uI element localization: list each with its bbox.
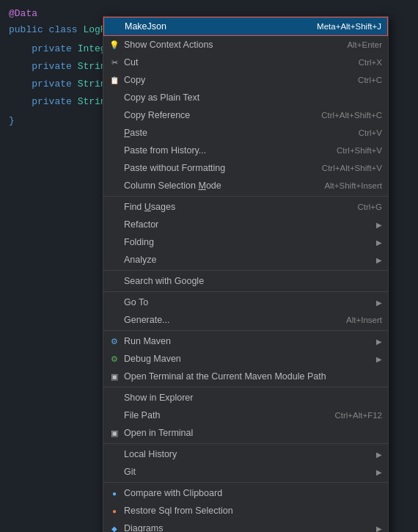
menu-item-show-explorer[interactable]: Show in Explorer [103,389,388,407]
diagrams-icon: ◆ [108,522,121,532]
menu-item-folding[interactable]: Folding ▶ [103,233,388,251]
menu-item-restore-sql[interactable]: ● Restore Sql from Selection [103,502,388,520]
compare-clipboard-label: Compare with Clipboard [124,488,382,498]
refactor-label: Refactor [124,219,370,230]
local-history-arrow: ▶ [376,451,382,459]
copy-plain-label: Copy as Plain Text [124,92,382,103]
menu-item-open-terminal-maven[interactable]: ▣ Open Terminal at the Current Maven Mod… [103,368,388,385]
menu-item-analyze[interactable]: Analyze ▶ [103,251,388,269]
go-to-arrow: ▶ [376,299,382,307]
menu-item-search-google[interactable]: Search with Google [103,272,388,290]
menu-item-make-json[interactable]: MakeJson Meta+Alt+Shift+J [103,17,388,36]
make-json-label: MakeJson [125,21,302,32]
menu-item-git[interactable]: Git ▶ [103,463,388,481]
copy-shortcut: Ctrl+C [358,76,382,84]
paste-label: Paste [124,128,344,138]
find-usages-label: Find Usages [124,202,342,212]
column-mode-icon [108,179,121,192]
menu-item-paste-no-format[interactable]: Paste without Formatting Ctrl+Alt+Shift+… [103,159,388,177]
menu-item-paste-history[interactable]: Paste from History... Ctrl+Shift+V [103,142,388,159]
separator-4 [103,330,388,331]
copy-reference-label: Copy Reference [124,110,307,120]
show-explorer-icon [108,391,121,404]
go-to-label: Go To [124,297,370,307]
paste-history-icon [108,144,121,157]
separator-6 [103,443,388,444]
menu-item-open-terminal[interactable]: ▣ Open in Terminal [103,424,388,442]
menu-item-refactor[interactable]: Refactor ▶ [103,216,388,233]
debug-maven-arrow: ▶ [376,355,382,363]
show-explorer-label: Show in Explorer [124,393,382,403]
folding-arrow: ▶ [376,238,382,247]
debug-maven-icon: ⚙ [108,352,121,365]
show-context-actions-shortcut: Alt+Enter [347,40,382,49]
make-json-icon [109,20,122,33]
menu-item-copy-plain[interactable]: Copy as Plain Text [103,89,388,106]
local-history-icon [108,448,121,461]
separator-1 [103,196,388,197]
menu-item-generate[interactable]: Generate... Alt+Insert [103,311,388,329]
git-label: Git [124,467,370,477]
context-actions-icon: 💡 [108,38,121,51]
menu-item-column-mode[interactable]: Column Selection Mode Alt+Shift+Insert [103,177,388,194]
folding-label: Folding [124,237,370,247]
copy-reference-icon [108,109,121,122]
paste-no-format-shortcut: Ctrl+Alt+Shift+V [322,164,382,172]
search-google-label: Search with Google [124,276,382,286]
menu-item-copy-reference[interactable]: Copy Reference Ctrl+Alt+Shift+C [103,106,388,124]
search-google-icon [108,274,121,288]
menu-item-compare-clipboard[interactable]: ● Compare with Clipboard [103,484,388,502]
paste-icon [108,126,121,139]
refactor-icon [108,218,121,231]
diagrams-arrow: ▶ [376,525,382,533]
copy-icon: 📋 [108,73,121,87]
find-usages-icon [108,200,121,214]
column-mode-label: Column Selection Mode [124,181,309,191]
cut-icon: ✂ [108,56,121,69]
go-to-icon [108,296,121,309]
diagrams-label: Diagrams [124,523,370,532]
show-context-actions-label: Show Context Actions [124,40,332,50]
generate-label: Generate... [124,315,331,325]
generate-icon [108,313,121,327]
menu-item-debug-maven[interactable]: ⚙ Debug Maven ▶ [103,350,388,368]
copy-label: Copy [124,75,343,85]
git-arrow: ▶ [376,468,382,476]
separator-7 [103,482,388,483]
restore-sql-label: Restore Sql from Selection [124,506,382,516]
find-usages-shortcut: Ctrl+G [357,203,382,211]
cut-label: Cut [124,57,344,68]
analyze-arrow: ▶ [376,256,382,264]
paste-shortcut: Ctrl+V [359,128,382,137]
run-maven-arrow: ▶ [376,338,382,346]
menu-item-paste[interactable]: Paste Ctrl+V [103,124,388,142]
menu-item-go-to[interactable]: Go To ▶ [103,294,388,311]
paste-history-label: Paste from History... [124,145,322,156]
copy-plain-icon [108,91,121,104]
git-icon [108,465,121,478]
restore-sql-icon: ● [108,504,121,517]
refactor-arrow: ▶ [376,221,382,229]
menu-item-file-path[interactable]: File Path Ctrl+Alt+F12 [103,407,388,424]
paste-no-format-icon [108,161,121,175]
generate-shortcut: Alt+Insert [346,316,382,324]
compare-clipboard-icon: ● [108,487,121,500]
menu-item-find-usages[interactable]: Find Usages Ctrl+G [103,198,388,216]
menu-item-cut[interactable]: ✂ Cut Ctrl+X [103,54,388,71]
open-terminal-label: Open in Terminal [124,428,382,438]
open-terminal-maven-icon: ▣ [108,370,121,383]
file-path-icon [108,409,121,422]
separator-5 [103,387,388,387]
menu-item-run-maven[interactable]: ⚙ Run Maven ▶ [103,332,388,350]
local-history-label: Local History [124,449,370,459]
run-maven-label: Run Maven [124,336,370,346]
menu-item-show-context-actions[interactable]: 💡 Show Context Actions Alt+Enter [103,36,388,54]
open-terminal-icon: ▣ [108,426,121,440]
menu-item-copy[interactable]: 📋 Copy Ctrl+C [103,71,388,89]
file-path-label: File Path [124,410,320,420]
menu-item-diagrams[interactable]: ◆ Diagrams ▶ [103,520,388,532]
paste-no-format-label: Paste without Formatting [124,163,307,173]
paste-history-shortcut: Ctrl+Shift+V [337,146,382,155]
menu-item-local-history[interactable]: Local History ▶ [103,445,388,463]
analyze-icon [108,253,121,266]
